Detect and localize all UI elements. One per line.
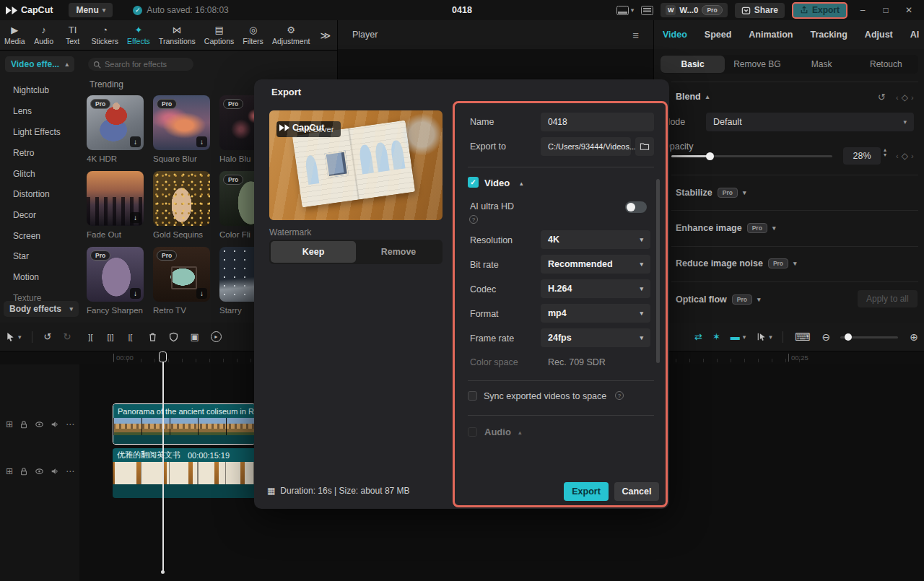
tab-video[interactable]: Video <box>663 30 687 40</box>
tab-transitions[interactable]: ⋈Transitions <box>154 20 200 50</box>
sidebar-item-nightclub[interactable]: Nightclub <box>13 85 49 95</box>
sidebar-item-glitch[interactable]: Glitch <box>13 169 35 179</box>
tab-adjust[interactable]: Adjust <box>865 30 893 40</box>
stepper-down-icon[interactable]: ▾ <box>884 152 886 157</box>
adjust-layout-icon[interactable] <box>641 6 653 15</box>
cancel-button[interactable]: Cancel <box>614 482 659 501</box>
zoom-slider-knob[interactable] <box>845 333 852 341</box>
resolution-select[interactable]: 4K ▾ <box>541 230 650 249</box>
tab-media[interactable]: ▶Media <box>0 20 30 50</box>
opacity-slider-knob[interactable] <box>706 152 714 160</box>
video-checkbox[interactable]: ✓ <box>468 177 479 188</box>
maximize-button[interactable]: □ <box>878 5 894 15</box>
opacity-keyframe-nav[interactable]: ‹ ◇ › <box>896 151 914 161</box>
ai-ultra-hd-toggle[interactable] <box>625 201 647 213</box>
undo-icon[interactable]: ↺ <box>44 331 52 342</box>
codec-select[interactable]: H.264 ▾ <box>541 279 650 298</box>
tab-audio[interactable]: ♪Audio <box>30 20 58 50</box>
eye-icon[interactable] <box>35 420 44 429</box>
sync-checkbox[interactable] <box>468 391 477 401</box>
shortcut-keyboard-icon[interactable]: ⌨ <box>795 331 811 344</box>
keyframe-diamond-icon[interactable]: ◇ <box>902 92 908 102</box>
linking-button[interactable]: ▬ ▾ <box>731 331 746 342</box>
add-track-icon[interactable]: ⊞ <box>6 466 13 476</box>
lock-icon[interactable] <box>19 467 28 476</box>
delete-button[interactable] <box>148 332 157 342</box>
effect-card[interactable]: Pro ↓ Square Blur <box>153 95 210 163</box>
tab-speed[interactable]: Speed <box>705 30 732 40</box>
tab-captions[interactable]: ▤Captions <box>200 20 238 50</box>
reset-icon[interactable]: ↺ <box>878 92 886 102</box>
zoom-out-icon[interactable]: ⊖ <box>822 331 831 343</box>
redo-icon[interactable]: ↻ <box>63 331 71 342</box>
layout-switch-button[interactable]: ▾ <box>616 6 635 15</box>
keyframe-prev-icon[interactable]: ‹ <box>896 93 899 102</box>
effect-card[interactable]: Pro ↓ Fancy Sharpen <box>87 247 144 315</box>
keep-watermark-button[interactable]: Keep <box>271 241 356 263</box>
tab-ai[interactable]: AI <box>910 30 920 40</box>
timeline-clip-video[interactable]: 优雅的翻阅英文书 00:00:15:19 <box>113 448 261 498</box>
lock-icon[interactable] <box>19 420 28 429</box>
browse-folder-button[interactable] <box>635 137 654 156</box>
effect-card[interactable]: Pro ↓ Retro TV <box>153 247 210 315</box>
search-input[interactable] <box>105 60 184 69</box>
eye-icon[interactable] <box>35 467 44 476</box>
share-button[interactable]: Share <box>735 3 785 18</box>
sidebar-item-retro[interactable]: Retro <box>13 148 34 158</box>
minimize-button[interactable]: – <box>855 5 871 15</box>
sidebar-item-decor[interactable]: Decor <box>13 210 36 220</box>
preview-select-button[interactable]: ▾ <box>757 332 772 341</box>
tab-text[interactable]: TIText <box>58 20 87 50</box>
effects-category-dropdown[interactable]: Video effe... ▴ <box>5 56 74 72</box>
keyframe-nav[interactable]: ‹ ◇ › <box>896 92 914 102</box>
keyframe-next-icon[interactable]: › <box>911 93 914 102</box>
edit-cover-button[interactable]: Edit Cover <box>276 121 341 137</box>
opacity-stepper[interactable]: ▴ ▾ <box>884 147 886 157</box>
more-icon[interactable]: ⋯ <box>66 466 74 476</box>
effect-card[interactable]: Gold Sequins <box>153 171 210 239</box>
sidebar-item-screen[interactable]: Screen <box>13 231 40 241</box>
menu-button[interactable]: Menu ▾ <box>69 3 113 17</box>
split-right-icon[interactable]: |[ <box>128 333 132 341</box>
sidebar-item-motion[interactable]: Motion <box>13 272 39 282</box>
magnetic-snap-icon[interactable]: ✶ <box>712 331 720 342</box>
playhead-handle[interactable] <box>159 351 167 362</box>
more-icon[interactable]: ⋯ <box>66 419 74 429</box>
audio-checkbox[interactable] <box>468 427 477 437</box>
optical-flow-section[interactable]: Optical flow Pro ▾ <box>676 294 761 305</box>
name-input[interactable]: 0418 <box>541 113 654 131</box>
chevron-up-icon[interactable]: ▴ <box>520 180 523 187</box>
keyframe-diamond-icon[interactable]: ◇ <box>902 151 908 161</box>
blend-mode-select[interactable]: Default ▾ <box>706 113 914 131</box>
split-left-icon[interactable]: ][ <box>88 333 92 341</box>
tab-stickers[interactable]: ◔Stickers <box>87 20 123 50</box>
speaker-icon[interactable] <box>51 467 59 476</box>
effect-card[interactable]: Pro ↓ 4K HDR <box>87 95 144 163</box>
effect-card[interactable]: ↓ Fade Out <box>87 171 144 239</box>
chevron-up-icon[interactable]: ▴ <box>518 429 522 436</box>
tab-tracking[interactable]: Tracking <box>810 30 847 40</box>
export-button-top[interactable]: Export <box>792 2 847 19</box>
auto-ripple-icon[interactable]: ⇄ <box>694 331 702 342</box>
tab-effects[interactable]: ✦Effects <box>123 20 154 50</box>
subtab-retouch[interactable]: Retouch <box>854 56 918 73</box>
mask-button[interactable] <box>169 332 178 342</box>
subtab-mask[interactable]: Mask <box>790 56 854 73</box>
stabilize-section[interactable]: Stabilize Pro ▾ <box>676 188 746 198</box>
effects-search[interactable] <box>88 58 193 71</box>
apply-to-all-button[interactable]: Apply to all <box>858 290 918 307</box>
timeline-zoom-slider[interactable] <box>840 332 898 342</box>
format-select[interactable]: mp4 ▾ <box>541 304 650 323</box>
tab-animation[interactable]: Animation <box>749 30 793 40</box>
export-confirm-button[interactable]: Export <box>564 482 609 501</box>
split-icon[interactable]: [|] <box>107 333 113 341</box>
opacity-value[interactable]: 28% <box>843 147 881 165</box>
enhance-image-section[interactable]: Enhance image Pro ▾ <box>676 223 775 233</box>
close-button[interactable]: ✕ <box>901 5 917 15</box>
tab-adjustment[interactable]: ⚙Adjustment <box>268 20 315 50</box>
bitrate-select[interactable]: Recommended ▾ <box>541 255 650 274</box>
timeline-clip-text[interactable]: Panorama of the ancient coliseum in Ro <box>113 403 256 445</box>
zoom-in-icon[interactable]: ⊕ <box>910 331 918 343</box>
preview-play-button[interactable]: ▸ <box>211 331 222 342</box>
subtab-basic[interactable]: Basic <box>661 56 725 73</box>
